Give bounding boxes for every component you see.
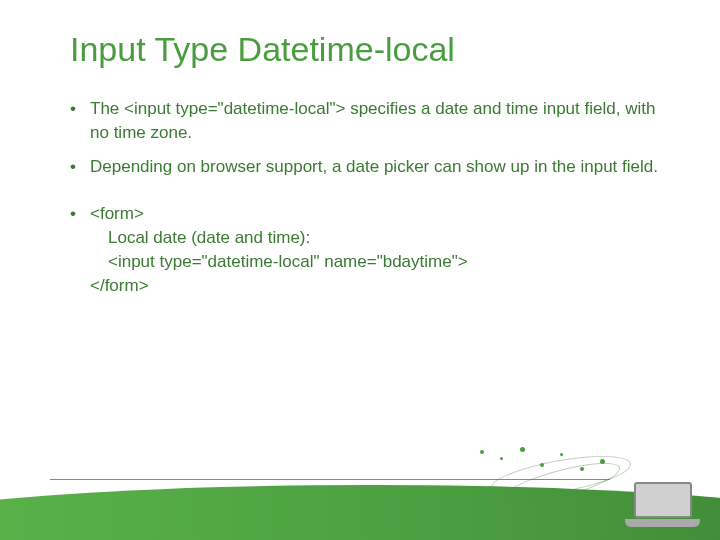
code-line: Local date (date and time):	[90, 226, 670, 250]
footer-decoration	[0, 440, 720, 540]
bullet-list: The <input type="datetime-local"> specif…	[70, 97, 670, 298]
laptop-icon	[625, 482, 700, 532]
bullet-item-code: <form> Local date (date and time): <inpu…	[70, 202, 670, 297]
bullet-item: The <input type="datetime-local"> specif…	[70, 97, 670, 145]
code-line: <input type="datetime-local" name="bdayt…	[90, 250, 670, 274]
bullet-item: Depending on browser support, a date pic…	[70, 155, 670, 179]
dots-graphic	[470, 445, 620, 485]
slide-title: Input Type Datetime-local	[70, 30, 670, 69]
code-line: <form>	[90, 202, 670, 226]
code-line: </form>	[90, 274, 670, 298]
